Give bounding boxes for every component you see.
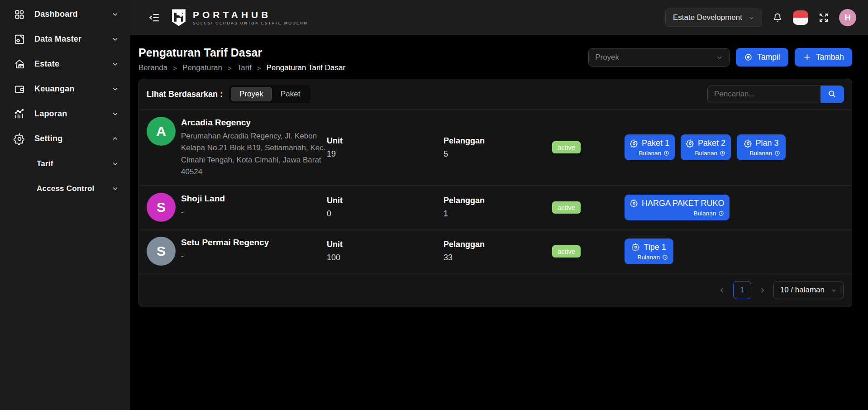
- sidebar-item-dashboard[interactable]: Dashboard: [0, 2, 130, 27]
- unit-label: Unit: [327, 136, 444, 146]
- breadcrumb-item-current: Pengaturan Tarif Dasar: [267, 63, 346, 72]
- indonesia-flag-icon[interactable]: [793, 10, 808, 25]
- package-period: Bulanan: [695, 150, 718, 157]
- sidebar-item-label: Data Master: [34, 34, 112, 44]
- pagination: 1 10 / halaman: [139, 273, 852, 307]
- pagination-next-button[interactable]: [759, 287, 766, 294]
- view-toggle: Proyek Paket: [229, 85, 310, 103]
- package-name: Paket 1: [642, 138, 669, 148]
- unit-label: Unit: [327, 196, 444, 205]
- data-master-icon: [14, 33, 26, 46]
- package-list: HARGA PAKET RUKO Bulanan: [625, 195, 852, 220]
- package-list: Paket 1 Bulanan Paket 2 Bulanan Plan 3 B…: [625, 134, 852, 160]
- package-button[interactable]: Paket 2 Bulanan: [681, 134, 731, 160]
- chevron-down-icon: [831, 287, 837, 293]
- chevron-down-icon: [112, 61, 119, 67]
- sidebar-item-data-master[interactable]: Data Master: [0, 27, 130, 52]
- breadcrumb-separator: >: [257, 64, 261, 72]
- package-button[interactable]: HARGA PAKET RUKO Bulanan: [625, 195, 730, 220]
- sidebar-item-keuangan[interactable]: Keuangan: [0, 76, 130, 101]
- clock-icon: [663, 150, 669, 156]
- sidebar-item-label: Setting: [34, 134, 112, 143]
- sidebar-item-laporan[interactable]: Laporan: [0, 101, 130, 126]
- main-area: PORTAHUB SOLUSI CERDAS UNTUK ESTATE MODE…: [130, 0, 868, 410]
- chevron-down-icon: [716, 54, 723, 61]
- status-badge: active: [552, 201, 581, 214]
- search-input[interactable]: [707, 86, 820, 103]
- project-address: -: [181, 206, 327, 218]
- package-button[interactable]: Plan 3 Bulanan: [737, 134, 786, 160]
- customer-value: 5: [444, 149, 552, 159]
- sidebar-item-estate[interactable]: Estate: [0, 52, 130, 76]
- package-period: Bulanan: [639, 150, 662, 157]
- customer-stat: Pelanggan 1: [444, 196, 552, 219]
- status-badge: active: [552, 141, 581, 153]
- unit-value: 0: [327, 209, 444, 219]
- chevron-down-icon: [112, 160, 119, 167]
- customer-label: Pelanggan: [444, 136, 552, 146]
- sidebar: Dashboard Data Master Estate: [0, 0, 130, 410]
- toggle-option-proyek[interactable]: Proyek: [231, 87, 272, 101]
- breadcrumb-separator: >: [228, 64, 232, 72]
- fullscreen-icon[interactable]: [818, 12, 829, 23]
- menu-fold-icon[interactable]: [148, 12, 160, 24]
- add-button[interactable]: Tambah: [795, 48, 852, 67]
- breadcrumb: Beranda > Pengaturan > Tarif > Pengatura…: [138, 63, 345, 72]
- project-row: S Setu Permai Regency - Unit 100 Pelangg…: [139, 229, 852, 273]
- project-avatar: S: [147, 193, 176, 222]
- topbar: PORTAHUB SOLUSI CERDAS UNTUK ESTATE MODE…: [130, 0, 868, 35]
- sidebar-item-access-control[interactable]: Access Control: [0, 176, 130, 201]
- toggle-option-paket[interactable]: Paket: [272, 87, 309, 101]
- dashboard-icon: [14, 8, 26, 21]
- page-content: Pengaturan Tarif Dasar Beranda > Pengatu…: [130, 35, 868, 410]
- search-button[interactable]: [820, 86, 844, 103]
- package-list: Tipe 1 Bulanan: [625, 238, 852, 264]
- gear-icon: [686, 139, 694, 148]
- brand-name: PORTAHUB: [193, 10, 308, 19]
- workspace-selector[interactable]: Estate Development: [665, 9, 762, 27]
- search-icon: [828, 90, 837, 99]
- brand-tagline: SOLUSI CERDAS UNTUK ESTATE MODERN: [193, 21, 308, 25]
- sidebar-item-label: Tarif: [37, 159, 112, 168]
- chevron-down-icon: [112, 11, 119, 18]
- breadcrumb-item[interactable]: Beranda: [138, 63, 167, 72]
- package-period: Bulanan: [694, 210, 716, 217]
- project-address: Perumahan Arcadia Regency, Jl. Kebon Kel…: [181, 130, 327, 178]
- unit-value: 100: [327, 253, 444, 262]
- chevron-down-icon: [112, 185, 119, 192]
- project-address: -: [181, 250, 327, 262]
- show-button[interactable]: Tampil: [736, 48, 788, 67]
- unit-label: Unit: [327, 240, 444, 249]
- clock-icon: [720, 150, 725, 156]
- breadcrumb-item[interactable]: Tarif: [237, 63, 252, 72]
- pagination-current-page[interactable]: 1: [733, 281, 751, 299]
- sidebar-item-label: Estate: [34, 59, 112, 69]
- page-size-select[interactable]: 10 / halaman: [773, 281, 844, 299]
- project-filter-select[interactable]: Proyek: [588, 48, 730, 67]
- project-avatar: A: [147, 117, 176, 146]
- chevron-down-icon: [112, 86, 119, 92]
- notifications-bell-icon[interactable]: [772, 12, 783, 23]
- project-avatar: S: [147, 237, 176, 266]
- page-title: Pengaturan Tarif Dasar: [138, 46, 345, 59]
- pagination-prev-button[interactable]: [719, 287, 725, 294]
- chevron-up-icon: [112, 135, 119, 142]
- package-button[interactable]: Tipe 1 Bulanan: [625, 238, 673, 264]
- add-button-label: Tambah: [816, 52, 844, 62]
- app-root: Dashboard Data Master Estate: [0, 0, 868, 410]
- logo-mark-icon: [169, 8, 188, 27]
- customer-label: Pelanggan: [444, 240, 552, 249]
- unit-stat: Unit 19: [327, 136, 444, 159]
- breadcrumb-item[interactable]: Pengaturan: [182, 63, 222, 72]
- customer-stat: Pelanggan 33: [444, 240, 552, 262]
- sidebar-item-tarif[interactable]: Tarif: [0, 151, 130, 176]
- page-size-value: 10 / halaman: [780, 286, 825, 295]
- app-logo[interactable]: PORTAHUB SOLUSI CERDAS UNTUK ESTATE MODE…: [169, 8, 308, 27]
- sidebar-item-setting[interactable]: Setting: [0, 126, 130, 151]
- package-period: Bulanan: [637, 254, 660, 261]
- user-avatar[interactable]: H: [839, 9, 856, 26]
- project-name: Setu Permai Regency: [181, 238, 327, 248]
- show-button-label: Tampil: [757, 52, 780, 62]
- clock-icon: [718, 210, 724, 216]
- package-button[interactable]: Paket 1 Bulanan: [625, 134, 675, 160]
